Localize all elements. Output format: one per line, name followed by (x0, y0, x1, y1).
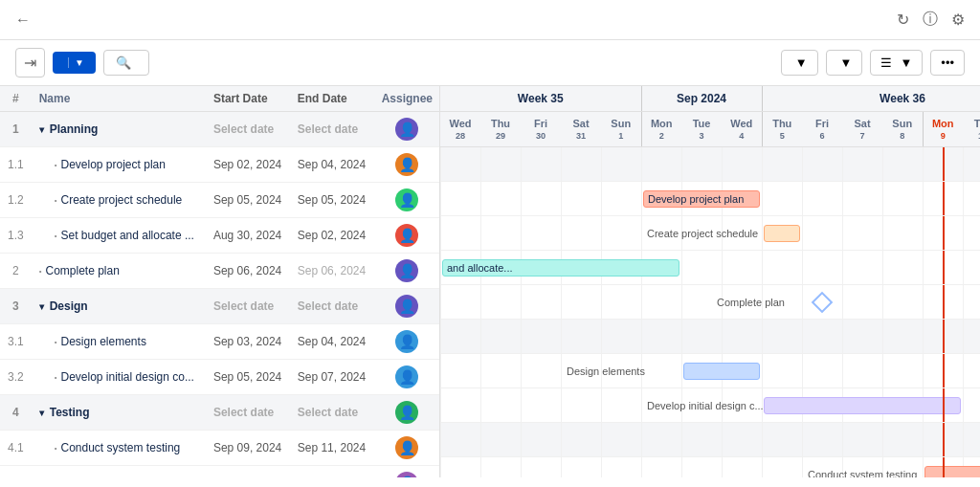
day-col-Mon2: Mon2 (641, 112, 681, 147)
row-start-0[interactable]: Select date (206, 112, 290, 147)
group-chevron[interactable]: ▾ (39, 301, 44, 312)
task-dot: • (55, 232, 57, 240)
day-col-Tue10: Tue10 (963, 112, 980, 147)
today-line (943, 216, 945, 250)
task-dot: • (39, 267, 42, 276)
today-line (943, 320, 945, 353)
row-end-0[interactable]: Select date (290, 112, 374, 147)
row-start-5[interactable]: Select date (206, 289, 290, 324)
row-name-6: • Design elements (32, 324, 206, 360)
row-start-8[interactable]: Select date (206, 395, 290, 431)
bar-label-6-0: Design elements (567, 365, 645, 377)
header-right: ↻ ⓘ ⚙ (897, 10, 965, 30)
row-name-7: • Develop initial design co... (32, 360, 206, 395)
row-num-2: 1.2 (0, 183, 32, 218)
avatar-3: 👤 (395, 224, 418, 247)
columns-button[interactable]: ☰ ▼ (870, 50, 923, 76)
group-chevron[interactable]: ▾ (39, 124, 44, 135)
back-button[interactable]: ← (15, 11, 31, 29)
row-end-7[interactable]: Sep 07, 2024 (290, 360, 374, 395)
day-col-Sat31: Sat31 (561, 112, 601, 147)
search-button[interactable]: 🔍 (103, 50, 149, 76)
row-assignee-7: 👤 (374, 360, 440, 395)
avatar-7: 👤 (395, 365, 418, 388)
day-col-Fri30: Fri30 (521, 112, 561, 147)
task-dot: • (55, 444, 57, 453)
task-table: # Name Start Date End Date Assignee 1▾Pl… (0, 86, 440, 477)
th-assignee: Assignee (374, 86, 440, 112)
toolbar-right: ▼ ▼ ☰ ▼ ••• (781, 50, 965, 76)
row-end-10[interactable]: Sep 10, 2024 (290, 466, 374, 478)
columns-chevron: ▼ (900, 55, 912, 70)
more-button[interactable]: ••• (930, 50, 965, 76)
avatar-1: 👤 (395, 153, 418, 176)
task-dot: • (55, 196, 57, 205)
week-button[interactable]: ▼ (826, 50, 863, 76)
create-chevron: ▼ (68, 57, 84, 68)
row-name-5: ▾Design (32, 289, 206, 324)
settings-button[interactable]: ⚙ (951, 11, 965, 29)
gantt-chart-table: Week 35 Sep 2024 Week 36 Sep 2024 Wed28T… (440, 86, 980, 477)
bar-label-7-0: Develop initial design c... (647, 400, 764, 411)
day-col-Sun1: Sun1 (601, 112, 641, 147)
row-end-8[interactable]: Select date (290, 395, 374, 431)
group-chevron[interactable]: ▾ (39, 408, 44, 418)
avatar-9: 👤 (395, 436, 418, 459)
row-num-7: 3.2 (0, 360, 32, 395)
gantt-row-9: Conduct system testing (440, 457, 980, 478)
gantt-row-2: Create project schedule (440, 216, 980, 251)
help-button[interactable]: ⓘ (923, 10, 938, 30)
th-name: Name (32, 86, 206, 112)
refresh-button[interactable]: ↻ (897, 11, 909, 29)
today-line (943, 423, 945, 456)
row-num-3: 1.3 (0, 218, 32, 254)
row-assignee-8: 👤 (374, 395, 440, 431)
create-button[interactable]: ▼ (53, 52, 96, 74)
week36-header: Week 36 (762, 86, 980, 112)
today-line (943, 388, 945, 422)
day-col-Fri6: Fri6 (802, 112, 842, 147)
row-assignee-10: 👤 (374, 466, 440, 478)
row-name-9: • Conduct system testing (32, 431, 206, 466)
gantt-row-8 (440, 423, 980, 457)
gantt-row-6: Design elements (440, 354, 980, 388)
gantt-row-0 (440, 147, 980, 182)
task-dot: • (55, 338, 57, 346)
day-col-Tue3: Tue3 (681, 112, 722, 147)
row-start-1[interactable]: Sep 02, 2024 (206, 147, 290, 183)
row-assignee-0: 👤 (374, 112, 440, 147)
row-end-1[interactable]: Sep 04, 2024 (290, 147, 374, 183)
row-start-9[interactable]: Sep 09, 2024 (206, 431, 290, 466)
gantt-row-3: and allocate... (440, 251, 980, 285)
th-start: Start Date (206, 86, 290, 112)
row-end-4[interactable]: Sep 06, 2024 (290, 254, 374, 289)
row-end-2[interactable]: Sep 05, 2024 (290, 183, 374, 218)
row-end-5[interactable]: Select date (290, 289, 374, 324)
gantt-row-5 (440, 320, 980, 354)
row-end-6[interactable]: Sep 04, 2024 (290, 324, 374, 360)
row-start-6[interactable]: Sep 03, 2024 (206, 324, 290, 360)
today-button[interactable]: ▼ (781, 50, 818, 76)
avatar-8: 👤 (395, 401, 418, 424)
expand-icon[interactable]: ⇥ (15, 48, 45, 77)
row-assignee-1: 👤 (374, 147, 440, 183)
row-assignee-4: 👤 (374, 254, 440, 289)
gantt-bar-2-0 (764, 225, 800, 242)
row-start-2[interactable]: Sep 05, 2024 (206, 183, 290, 218)
header-left: ← (15, 11, 40, 29)
milestone-diamond-4 (812, 291, 834, 313)
row-num-10: 4.2 (0, 466, 32, 478)
row-start-7[interactable]: Sep 05, 2024 (206, 360, 290, 395)
gantt-row-1: Develop project plan (440, 182, 980, 216)
row-end-9[interactable]: Sep 11, 2024 (290, 431, 374, 466)
row-end-3[interactable]: Sep 02, 2024 (290, 218, 374, 254)
today-line (943, 457, 945, 477)
today-line (943, 182, 945, 215)
week35-header: Week 35 (440, 86, 641, 112)
row-start-10[interactable]: Sep 09, 2024 (206, 466, 290, 478)
row-start-3[interactable]: Aug 30, 2024 (206, 218, 290, 254)
right-panel: Week 35 Sep 2024 Week 36 Sep 2024 Wed28T… (440, 86, 980, 477)
row-num-5: 3 (0, 289, 32, 324)
row-num-9: 4.1 (0, 431, 32, 466)
row-start-4[interactable]: Sep 06, 2024 (206, 254, 290, 289)
